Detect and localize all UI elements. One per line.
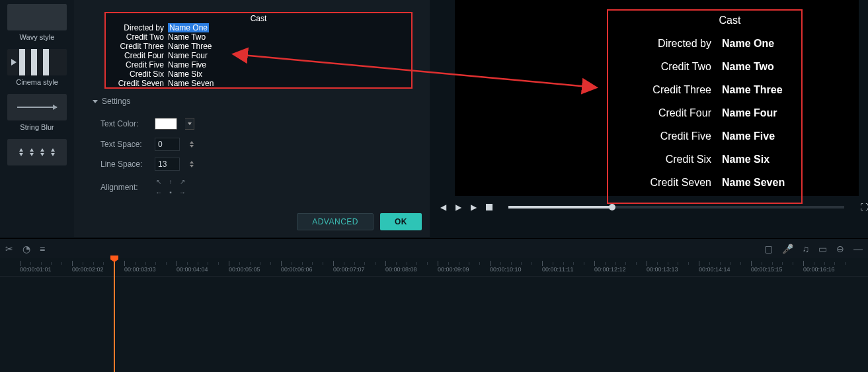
advanced-button[interactable]: ADVANCED: [297, 213, 374, 230]
timeline-tick[interactable]: 00:00:03:03: [124, 258, 156, 276]
credit-name[interactable]: Name Five: [168, 60, 234, 70]
timeline-tick[interactable]: 00:00:04:04: [177, 258, 208, 276]
credit-role[interactable]: Credit Three: [115, 42, 168, 51]
credit-role[interactable]: Directed by: [115, 23, 168, 32]
list-icon[interactable]: ≡: [40, 244, 45, 254]
preview-credits: Cast Directed byName OneCredit TwoName T…: [634, 15, 826, 196]
playhead[interactable]: [114, 258, 115, 372]
timeline-ruler[interactable]: 00:00:01:0100:00:02:0200:00:03:0300:00:0…: [0, 258, 868, 277]
text-color-swatch[interactable]: [155, 118, 177, 130]
preview-name: Name Four: [722, 108, 814, 118]
credit-row[interactable]: Credit TwoName Two: [106, 32, 411, 42]
credit-row[interactable]: Credit SixName Six: [106, 70, 411, 79]
credit-role[interactable]: Credit Four: [115, 51, 168, 60]
credit-role[interactable]: Credit Five: [115, 60, 168, 70]
timeline-tick[interactable]: 00:00:15:15: [751, 258, 783, 276]
line-space-input[interactable]: [155, 158, 180, 171]
prev-frame-button[interactable]: ◀: [440, 203, 446, 212]
preview-role: Credit Two: [645, 62, 722, 72]
timeline-tick[interactable]: 00:00:07:07: [333, 258, 365, 276]
style-cinema[interactable]: Cinema style: [0, 45, 74, 90]
credit-row[interactable]: Credit FourName Four: [106, 51, 411, 60]
tick-label: 00:00:01:01: [20, 266, 52, 273]
zoom-slider[interactable]: —: [853, 244, 863, 254]
fullscreen-button[interactable]: ⛶: [860, 203, 868, 212]
next-frame-button[interactable]: ▶: [471, 203, 477, 212]
text-space-input[interactable]: [155, 138, 180, 151]
line-space-spinner[interactable]: [188, 161, 196, 167]
preview-name: Name Three: [722, 85, 814, 95]
credit-role[interactable]: Credit Eight: [115, 88, 168, 89]
preview-name: Name One: [722, 38, 814, 49]
credit-name[interactable]: Name Three: [168, 42, 234, 51]
preview-role: Credit Six: [645, 154, 722, 165]
preview-credit-row: Directed byName One: [634, 38, 826, 49]
preview-video[interactable]: Cast Directed byName OneCredit TwoName T…: [455, 0, 859, 196]
tick-label: 00:00:16:16: [803, 266, 835, 273]
timeline-tick[interactable]: 00:00:05:05: [229, 258, 260, 276]
mic-icon[interactable]: 🎤: [782, 244, 793, 254]
credit-row[interactable]: Credit EightName Eight: [106, 88, 411, 89]
style-string-blur[interactable]: String Blur: [0, 90, 74, 135]
timeline-tick[interactable]: 00:00:12:12: [594, 258, 626, 276]
align-tl-icon[interactable]: ↖: [155, 179, 163, 185]
timeline-tick[interactable]: 00:00:13:13: [647, 258, 678, 276]
credits-title[interactable]: Cast: [106, 14, 411, 23]
align-tc-icon[interactable]: ↑: [167, 179, 175, 185]
aspect-icon[interactable]: ▭: [818, 244, 827, 254]
text-space-spinner[interactable]: [188, 141, 196, 148]
style-sidebar: Wavy style Cinema style String Blur: [0, 0, 74, 237]
tick-label: 00:00:14:14: [699, 266, 730, 273]
chevron-down-icon: [188, 122, 192, 125]
timeline-tick[interactable]: 00:00:14:14: [699, 258, 730, 276]
credit-name[interactable]: Name Seven: [168, 79, 234, 88]
credits-editor[interactable]: Cast Directed byName OneCredit TwoName T…: [104, 12, 413, 89]
credit-role[interactable]: Credit Six: [115, 70, 168, 79]
play-button[interactable]: ▶: [455, 203, 461, 212]
timeline-tick[interactable]: 00:00:11:11: [542, 258, 574, 276]
timeline[interactable]: 00:00:01:0100:00:02:0200:00:03:0300:00:0…: [0, 258, 868, 372]
music-icon[interactable]: ♫: [803, 244, 810, 254]
credit-name[interactable]: Name Eight: [168, 88, 234, 89]
credit-name[interactable]: Name Four: [168, 51, 234, 60]
align-mc-icon[interactable]: ▪: [167, 189, 175, 196]
credit-row[interactable]: Credit ThreeName Three: [106, 42, 411, 51]
credit-row[interactable]: Credit FiveName Five: [106, 60, 411, 70]
timeline-tick[interactable]: 00:00:16:16: [803, 258, 835, 276]
ok-button[interactable]: OK: [380, 213, 422, 230]
progress-bar[interactable]: [508, 206, 844, 209]
style-arrows[interactable]: [0, 135, 74, 172]
zoom-out-icon[interactable]: ⊖: [836, 244, 844, 254]
cut-icon[interactable]: ✂: [5, 244, 13, 254]
credit-name[interactable]: Name Six: [168, 70, 234, 79]
style-label: Cinema style: [16, 78, 58, 86]
clock-icon[interactable]: ◔: [22, 244, 30, 254]
timeline-tick[interactable]: 00:00:01:01: [20, 258, 52, 276]
preview-name: Name Six: [722, 154, 814, 165]
text-color-dropdown[interactable]: [185, 118, 194, 130]
timeline-tick[interactable]: 00:00:08:08: [385, 258, 417, 276]
settings-header[interactable]: Settings: [93, 97, 130, 106]
credit-role[interactable]: Credit Seven: [115, 79, 168, 88]
credit-name[interactable]: Name Two: [168, 32, 234, 42]
alignment-grid[interactable]: ↖ ↑ ↗ ← ▪ →: [155, 179, 186, 196]
progress-handle[interactable]: [609, 204, 615, 210]
align-tr-icon[interactable]: ↗: [178, 179, 186, 185]
marker-icon[interactable]: ▢: [764, 244, 773, 254]
timeline-tick[interactable]: 00:00:02:02: [72, 258, 104, 276]
credit-row[interactable]: Directed byName One: [106, 23, 411, 32]
playback-controls: ◀ ▶ ▶ ⛶: [430, 197, 868, 217]
align-ml-icon[interactable]: ←: [155, 189, 163, 196]
timeline-tick[interactable]: 00:00:09:09: [438, 258, 469, 276]
align-mr-icon[interactable]: →: [178, 189, 186, 196]
style-wavy[interactable]: Wavy style: [0, 0, 74, 45]
credit-name[interactable]: Name One: [168, 23, 209, 32]
timeline-tick[interactable]: 00:00:10:10: [490, 258, 522, 276]
tick-label: 00:00:08:08: [385, 266, 417, 273]
stop-button[interactable]: [486, 204, 493, 210]
preview-credit-row: Credit SixName Six: [634, 154, 826, 165]
timeline-tick[interactable]: 00:00:06:06: [281, 258, 313, 276]
credit-role[interactable]: Credit Two: [115, 32, 168, 42]
preview-title: Cast: [634, 15, 826, 26]
credit-row[interactable]: Credit SevenName Seven: [106, 79, 411, 88]
